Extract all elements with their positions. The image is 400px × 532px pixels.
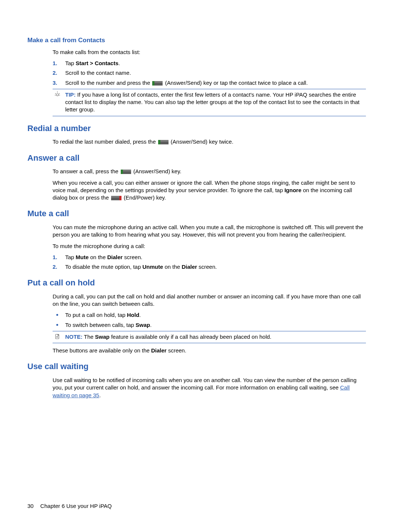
page: Make a call from Contacts To make calls … [0,0,400,532]
end-power-key-icon [111,196,121,200]
answer-p2: When you receive a call, you can either … [53,179,366,202]
section-answer-body: To answer a call, press the (Answer/Send… [53,168,366,201]
answer-send-key-icon [158,140,169,144]
answer-send-key-icon [121,170,131,174]
contacts-step-1: 1. Tap Start > Contacts. [53,60,366,67]
step-text: Tap Start > Contacts. [65,60,120,67]
step-text: Tap Mute on the Dialer screen. [65,254,142,261]
note-icon [53,333,62,339]
mute-steps: 1. Tap Mute on the Dialer screen. 2. To … [53,254,366,271]
heading-redial: Redial a number [27,123,366,134]
note-label: NOTE: [65,334,83,340]
step-text: To disable the mute option, tap Unmute o… [65,263,217,271]
section-hold-body: During a call, you can put the call on h… [53,293,366,355]
list-marker: 1. [53,60,65,67]
contacts-steps: 1. Tap Start > Contacts. 2. Scroll to th… [53,60,366,87]
note-content: NOTE: The Swap feature is available only… [65,333,366,341]
list-marker: 2. [53,263,65,271]
heading-call-waiting: Use call waiting [27,361,366,372]
hold-bullet-1: To put a call on hold, tap Hold. [53,311,366,319]
tip-label: TIP: [65,91,76,98]
heading-make-call-contacts: Make a call from Contacts [27,36,366,45]
list-marker: 3. [53,79,65,87]
hold-p3: These buttons are available only on the … [53,347,366,354]
list-marker: 1. [53,254,65,261]
hold-bullets: To put a call on hold, tap Hold. To swit… [53,311,366,329]
svg-line-3 [55,93,56,94]
tip-callout: TIP: If you have a long list of contacts… [53,89,366,116]
contacts-step-2: 2. Scroll to the contact name. [53,69,366,77]
redial-text: To redial the last number dialed, press … [53,138,366,145]
section-redial-body: To redial the last number dialed, press … [53,138,366,145]
section-mute-body: You can mute the microphone during an ac… [53,224,366,271]
chapter-title: Chapter 6 Use your HP iPAQ [40,503,112,509]
step-text: Scroll to the contact name. [65,69,131,77]
note-callout: NOTE: The Swap feature is available only… [53,331,366,343]
section-contacts-body: To make calls from the contacts list: 1.… [53,48,366,116]
heading-mute: Mute a call [27,208,366,219]
mute-p2: To mute the microphone during a call: [53,242,366,250]
mute-step-1: 1. Tap Mute on the Dialer screen. [53,254,366,261]
waiting-p1: Use call waiting to be notified of incom… [53,377,366,399]
mute-step-2: 2. To disable the mute option, tap Unmut… [53,263,366,271]
answer-send-key-icon [152,81,163,86]
contacts-step-3: 3. Scroll to the number and press the (A… [53,79,366,87]
list-marker: 2. [53,69,65,77]
heading-answer: Answer a call [27,153,366,164]
heading-hold: Put a call on hold [27,277,366,288]
mute-p1: You can mute the microphone during an ac… [53,224,366,239]
step-text: Scroll to the number and press the (Answ… [65,79,308,87]
answer-p1: To answer a call, press the (Answer/Send… [53,168,366,175]
section-waiting-body: Use call waiting to be notified of incom… [53,377,366,399]
contacts-intro: To make calls from the contacts list: [53,48,366,56]
svg-line-4 [59,93,60,94]
tip-text: If you have a long list of contacts, ent… [65,91,360,113]
page-number: 30 [27,503,34,509]
hold-bullet-2: To switch between calls, tap Swap. [53,321,366,329]
tip-content: TIP: If you have a long list of contacts… [65,91,366,114]
svg-point-0 [56,94,59,96]
tip-icon [53,91,62,97]
page-footer: 30 Chapter 6 Use your HP iPAQ [27,502,112,510]
hold-p1: During a call, you can put the call on h… [53,293,366,308]
